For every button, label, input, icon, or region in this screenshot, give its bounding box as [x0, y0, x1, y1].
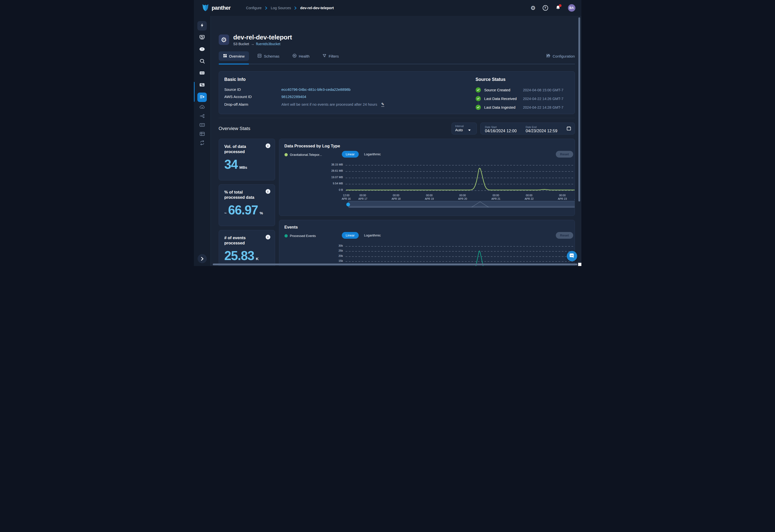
log-sources-icon — [199, 94, 205, 101]
legend-dot — [284, 153, 288, 156]
stat-card-volume: Vol. of data processed i 34 MBs — [219, 139, 275, 180]
info-icon[interactable]: i — [266, 235, 270, 239]
code-block-icon — [199, 70, 205, 77]
sidebar-item-data-routing[interactable] — [199, 113, 205, 119]
tab-health[interactable]: Health — [288, 51, 314, 61]
source-id-value[interactable]: ecc40796-04bc-481c-bfe3-ceda22e8898b — [281, 87, 351, 92]
sidebar-item-search[interactable] — [197, 57, 207, 66]
sidebar-item-system-monitor[interactable] — [197, 33, 207, 42]
status-row-received: Last Data Received 2024-04-22 14:26 GMT-… — [476, 96, 564, 101]
legend-dot — [284, 234, 288, 237]
breadcrumb-log-sources[interactable]: Log Sources — [271, 6, 291, 10]
sidebar-item-lookup-tables[interactable] — [199, 131, 205, 137]
overview-stats-header: Overview Stats Interval Auto Date Start … — [219, 123, 575, 134]
date-start-field[interactable]: Date Start 04/16/2024 12:00 — [485, 126, 526, 133]
logarithmic-toggle[interactable]: Logarithmic — [364, 233, 381, 237]
main-content: ⚙ dev-rel-dev-teleport S3 Bucket → fluen… — [211, 16, 581, 266]
events-chart-card: Events Processed Events Linear Logarithm… — [279, 220, 575, 266]
info-icon[interactable]: i — [266, 189, 270, 194]
tabs: Overview Schemas Health Filters Configur… — [219, 51, 575, 61]
schema-brackets-icon — [257, 54, 262, 59]
notifications-bell-icon[interactable] — [555, 5, 561, 11]
tab-label: Schemas — [264, 54, 279, 58]
date-end-field[interactable]: Date End 04/23/2024 12:59 — [526, 126, 567, 133]
charts-column: Data Processed by Log Type Gravitational… — [279, 139, 575, 266]
bucket-link[interactable]: fluentds3bucket — [256, 42, 280, 46]
sliders-icon — [199, 82, 205, 89]
chart-title: Data Processed by Log Type — [284, 144, 340, 148]
chat-launcher-button[interactable] — [567, 251, 577, 261]
time-range-slider[interactable] — [348, 201, 575, 208]
arrow-right-icon: → — [251, 42, 254, 46]
tab-underline-track — [219, 64, 575, 64]
configuration-link[interactable]: Configuration — [546, 54, 575, 59]
tab-label: Overview — [229, 54, 245, 58]
schema-brackets-icon — [199, 122, 205, 129]
sidebar-item-alerts[interactable] — [197, 45, 207, 54]
date-range-picker[interactable]: Date Start 04/16/2024 12:00 Date End 04/… — [480, 123, 575, 134]
help-icon[interactable]: ? — [543, 5, 548, 11]
sidebar-expand-button[interactable] — [198, 254, 207, 263]
y-axis-tick-label: 0 B — [326, 188, 343, 191]
interval-dropdown[interactable]: Interval Auto — [452, 123, 477, 134]
status-date: 2024-04-08 15:00 GMT-7 — [523, 88, 564, 92]
status-date: 2024-04-22 14:28 GMT-7 — [523, 105, 564, 109]
status-date: 2024-04-22 14:26 GMT-7 — [523, 97, 564, 101]
avatar[interactable]: BA — [568, 4, 576, 12]
horizontal-scrollbar[interactable] — [213, 264, 577, 265]
y-axis-tick-label: 28.61 MB — [326, 169, 343, 172]
tab-filters[interactable]: Filters — [318, 51, 343, 61]
stat-card-percent: % of total processed data i ~ 66.97 % — [219, 184, 275, 226]
stat-unit: % — [260, 211, 263, 215]
scrollbar-corner — [578, 263, 581, 266]
panther-logo-icon — [201, 3, 209, 13]
x-axis-tick-label: 12:00APR 23 — [572, 194, 575, 200]
stat-cards-column: Vol. of data processed i 34 MBs % of tot… — [219, 139, 275, 266]
alert-oval-icon — [199, 46, 205, 53]
sidebar-item-flash[interactable] — [197, 21, 207, 31]
y-axis-tick-label: 9.54 MB — [326, 182, 343, 185]
tab-schemas[interactable]: Schemas — [253, 51, 284, 61]
sidebar-item-data-sync[interactable] — [199, 140, 205, 146]
search-icon — [199, 58, 205, 65]
legend-label: Gravitational.Telepor... — [290, 153, 322, 157]
status-row-created: Source Created 2024-04-08 15:00 GMT-7 — [476, 87, 564, 93]
settings-gear-icon[interactable]: ⚙ — [531, 5, 536, 11]
calendar-icon[interactable] — [567, 126, 571, 132]
basic-info-card: Basic Info Source ID ecc40796-04bc-481c-… — [219, 71, 575, 114]
status-label: Last Data Received — [484, 97, 517, 101]
brand-wordmark: panther — [212, 5, 231, 11]
sidebar-item-log-sources[interactable] — [197, 93, 207, 102]
vertical-scrollbar[interactable] — [578, 17, 580, 201]
reset-button[interactable]: Reset — [556, 232, 573, 239]
sidebar-item-cloud-accounts[interactable] — [199, 104, 205, 110]
breadcrumb-configure[interactable]: Configure — [246, 6, 262, 10]
slider-minimap — [472, 201, 489, 207]
reset-button[interactable]: Reset — [556, 151, 573, 158]
sidebar-item-code-editor[interactable] — [197, 69, 207, 78]
basic-info-title: Basic Info — [224, 77, 246, 82]
range-handle-left[interactable] — [346, 202, 350, 206]
linear-toggle-button[interactable]: Linear — [342, 232, 359, 239]
aws-account-value[interactable]: 981262289404 — [281, 95, 306, 99]
info-icon[interactable]: i — [266, 143, 270, 148]
data-processed-plot: 38.15 MB28.61 MB19.07 MB9.54 MB0 B12:00A… — [345, 163, 575, 191]
brand[interactable]: panther — [201, 3, 231, 13]
date-start-value: 04/16/2024 12:00 — [485, 129, 526, 133]
legend-label: Processed Events — [290, 234, 316, 238]
panther-app: panther Configure Log Sources dev-rel-de… — [194, 0, 581, 266]
tab-overview[interactable]: Overview — [219, 51, 249, 61]
status-label: Last Data Ingested — [484, 105, 516, 109]
aws-account-label: AWS Account ID — [224, 95, 281, 99]
chart-line-series — [345, 244, 575, 266]
chart-line-series — [345, 163, 575, 194]
linear-toggle-button[interactable]: Linear — [342, 151, 359, 158]
sidebar-item-schemas[interactable] — [199, 122, 205, 128]
sidebar-item-detection-tuning[interactable] — [197, 81, 207, 90]
logarithmic-toggle[interactable]: Logarithmic — [364, 152, 381, 156]
edit-pencil-icon[interactable]: ✎ — [381, 102, 384, 107]
notification-badge — [559, 4, 562, 7]
split-arrows-icon — [199, 113, 205, 120]
stat-unit: MBs — [239, 165, 247, 169]
aws-account-row: AWS Account ID 981262289404 — [224, 95, 306, 99]
